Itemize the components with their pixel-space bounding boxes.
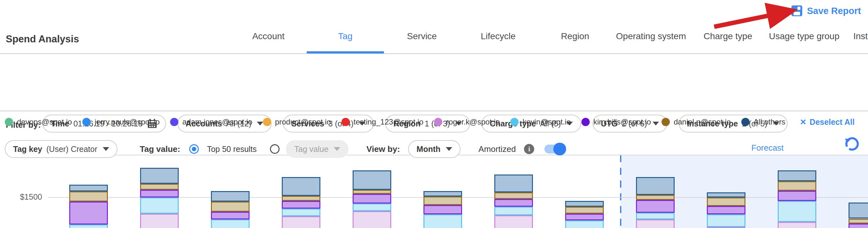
bar-segment-daniel-n-spot-io [707,197,745,206]
legend-item-all-others[interactable]: All others [741,117,785,126]
deselect-all-label: Deselect All [810,117,855,127]
forecast-region [621,155,868,228]
legend-item-label: product@spot.io [275,117,331,126]
legend-dot-icon [82,118,91,126]
legend-item-label: All others [753,117,785,126]
bar-segment-all-others [282,177,320,196]
tab-service[interactable]: Service [407,31,437,41]
radio-tag-value[interactable] [270,144,280,154]
tab-account[interactable]: Account [252,31,284,41]
bar-segment-kim-bills-spot-io [69,201,108,225]
amortized-toggle[interactable] [545,145,565,153]
legend-dot-icon [263,118,271,126]
bar-segment-daniel-n-spot-io [352,190,391,194]
bar-segment-kevin-spot-io [636,213,675,219]
bar-segment-kevin-spot-io [211,219,250,228]
refresh-button[interactable] [843,136,860,155]
bar-segment-all-others [424,191,462,196]
legend-item-adam-jones-spot-io[interactable]: adam.jones@spot.io [170,117,252,126]
bar-segment-all-others [494,175,533,192]
bar-segment-kevin-spot-io [424,214,462,228]
deselect-all-button[interactable]: ✕Deselect All [800,117,855,127]
bar-segment-all-others [140,168,179,184]
pill-label: Tag key [13,145,42,154]
legend-item-roger-k-spot-io[interactable]: roger.k@spot.io [434,117,500,126]
bar-segment-daniel-n-spot-io [778,181,816,190]
pill-value: (User) Creator [46,145,97,154]
pill-label: Tag value [294,145,329,154]
bar-segment-all-others [778,170,816,182]
legend-dot-icon [170,118,178,126]
bar-segment-all-others [211,191,250,201]
bar-segment-kim-bills-spot-io [140,190,179,197]
bar-segment-all-others [352,170,391,190]
filter-pill-tag-key[interactable]: Tag key (User) Creator [5,140,118,158]
legend-item-label: devops@spot.io [17,117,72,126]
filter-pill-tag-value: Tag value [286,140,348,158]
bar-segment-kim-bills-spot-io [494,199,533,207]
header-bar: Spend Analysis AccountTagServiceLifecycl… [0,0,868,54]
y-axis-tick: $1500 [0,192,42,201]
bar-segment-kim-bills-spot-io [211,212,250,219]
bar-segment-roger-k-spot-io [352,211,391,228]
tab-tag[interactable]: Tag [338,31,352,41]
forecast-divider-dashed-line [620,155,621,228]
bar-segment-all-others [636,177,675,195]
filter-pill-row-2: Tag key (User) Creator Tag value: Top 50… [5,140,565,158]
tab-usage-type-group[interactable]: Usage type group [769,31,839,41]
bar-segment-daniel-n-spot-io [848,219,868,224]
legend-item-label: adam.jones@spot.io [182,117,252,126]
bar-segment-all-others [848,202,868,219]
tab-charge-type[interactable]: Charge type [704,31,752,41]
legend-item-label: kevin@spot.io [522,117,570,126]
bar-segment-daniel-n-spot-io [140,184,179,190]
legend-item-daniel-n-spot-io[interactable]: daniel.n@spot.io [661,117,731,126]
pill-label: Month [416,145,440,154]
legend-item-kevin-spot-io[interactable]: kevin@spot.io [510,117,570,126]
bar-segment-daniel-n-spot-io [69,191,108,201]
tab-operating-system[interactable]: Operating system [616,31,686,41]
bar-segment-kevin-spot-io [140,197,179,214]
bar-segment-kevin-spot-io [282,208,320,216]
caret-down-icon [334,147,340,151]
legend-dot-icon [5,118,13,126]
bar-segment-roger-k-spot-io [494,215,533,228]
tab-lifecycle[interactable]: Lifecycle [481,31,516,41]
legend-item-product-spot-io[interactable]: product@spot.io [263,117,331,126]
bar-segment-kevin-spot-io [352,203,391,211]
legend-item-testing-123-spot-io[interactable]: testing_123@spot.io [341,117,424,126]
legend-dot-icon [661,118,670,126]
info-icon[interactable]: i [524,144,534,154]
active-tab-underline [307,51,384,53]
legend-dot-icon [741,118,750,126]
legend-item-label: roger.k@spot.io [446,117,500,126]
page-title: Spend Analysis [6,33,79,45]
bar-segment-kim-bills-spot-io [848,224,868,228]
bar-segment-roger-k-spot-io [282,216,320,228]
bar-segment-daniel-n-spot-io [494,192,533,199]
bar-segment-all-others [565,201,604,207]
legend-item-kim-bills-spot-io[interactable]: kim.bills@spot.io [582,117,651,126]
save-report-button[interactable]: Save Report [791,5,861,16]
legend-item-jerry-pauls-spot-io[interactable]: jerry.pauls@spot.io [82,117,160,126]
bar-segment-daniel-n-spot-io [211,201,250,212]
legend-item-label: daniel.n@spot.io [674,117,731,126]
legend-dot-icon [582,118,590,126]
x-icon: ✕ [800,117,806,127]
radio-top-50-results[interactable] [189,144,199,154]
caret-down-icon [446,147,452,151]
view-by-label: View by: [366,144,400,154]
legend-item-label: jerry.pauls@spot.io [94,117,160,126]
legend-dot-icon [434,118,442,126]
bar-segment-daniel-n-spot-io [424,196,462,205]
tab-region[interactable]: Region [561,31,589,41]
bar-segment-kim-bills-spot-io [352,194,391,203]
bar-segment-kim-bills-spot-io [424,205,462,214]
filter-pill-view-by[interactable]: Month [408,140,461,158]
bar-segment-daniel-n-spot-io [282,196,320,201]
bar-segment-kevin-spot-io [69,225,108,228]
caret-down-icon [103,147,109,151]
save-icon [791,5,803,16]
tab-inst[interactable]: Inst [853,31,868,41]
legend-item-devops-spot-io[interactable]: devops@spot.io [5,117,72,126]
